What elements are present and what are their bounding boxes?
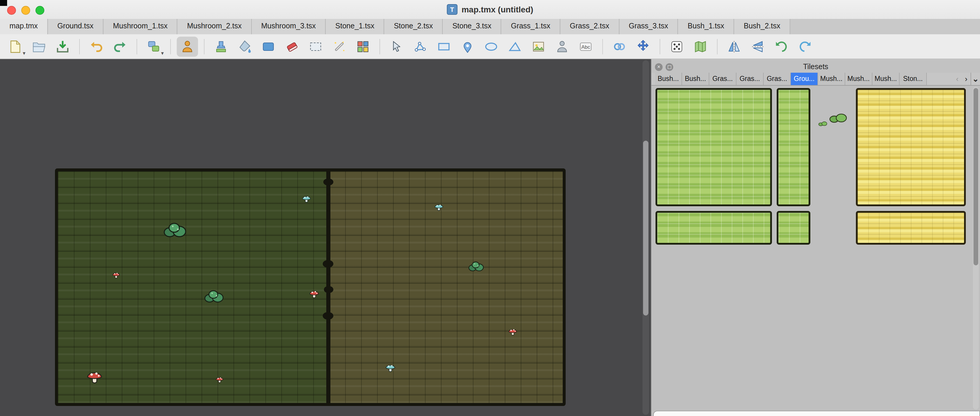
tileset-tab-bush-[interactable]: Bush... [682, 73, 709, 85]
toolbar-separator [137, 39, 137, 54]
magic-wand-icon [332, 39, 347, 54]
tileset-tab-bar: Bush...Bush...Gras...Gras...Gras...Grou.… [651, 73, 980, 86]
map-canvas[interactable] [0, 59, 651, 416]
document-tab-mushroom_3-tsx[interactable]: Mushroom_3.tsx [252, 19, 326, 34]
tileset-tab-mush-[interactable]: Mush... [845, 73, 872, 85]
grass-tileset-block[interactable] [655, 211, 772, 245]
select-objects-icon [389, 39, 404, 54]
document-tab-grass_2-tsx[interactable]: Grass_2.tsx [560, 19, 619, 34]
scroll-tabs-left-button[interactable]: ‹ [953, 73, 962, 85]
document-tab-bush_1-tsx[interactable]: Bush_1.tsx [678, 19, 734, 34]
field-border-notch [323, 260, 333, 268]
document-tab-stone_2-tsx[interactable]: Stone_2.tsx [385, 19, 443, 34]
redo-button[interactable] [109, 37, 130, 56]
document-tab-mushroom_2-tsx[interactable]: Mushroom_2.tsx [178, 19, 252, 34]
open-icon [31, 39, 47, 54]
map-object-bush [163, 221, 187, 238]
insert-tile-button[interactable] [528, 37, 549, 56]
tileset-tab-grou--active[interactable]: Grou... [791, 73, 818, 85]
document-tab-label: Grass_1.tsx [511, 22, 550, 30]
tileset-tab-gras-[interactable]: Gras... [709, 73, 737, 85]
insert-polygon-button[interactable] [504, 37, 525, 56]
commands-button[interactable]: ▾ [143, 37, 164, 56]
scroll-tabs-right-button[interactable]: › [962, 73, 970, 85]
document-tab-stone_3-tsx[interactable]: Stone_3.tsx [443, 19, 501, 34]
eraser-button[interactable] [282, 37, 302, 56]
flip-horizontal-button[interactable] [724, 37, 745, 56]
insert-template-button[interactable] [552, 37, 573, 56]
insert-text-button[interactable]: Abc [575, 37, 597, 56]
grass-tuft-sprite[interactable] [829, 112, 848, 124]
shape-fill-icon [261, 39, 276, 54]
next-dock-edge [653, 411, 980, 416]
document-tab-label: Grass_2.tsx [570, 22, 609, 30]
save-button[interactable] [52, 37, 73, 56]
canvas-scrollbar-thumb[interactable] [643, 141, 648, 316]
tileset-tab-mush-[interactable]: Mush... [872, 73, 900, 85]
sand-tileset-block[interactable] [856, 88, 966, 206]
stamp-person-button[interactable] [177, 37, 198, 56]
document-tab-label: Bush_2.tsx [744, 22, 781, 30]
insert-point-button[interactable] [457, 37, 478, 56]
map-icon [693, 39, 708, 54]
tileset-tab-gras-[interactable]: Gras... [764, 73, 791, 85]
select-same-tile-button[interactable] [352, 37, 374, 56]
open-button[interactable] [29, 37, 50, 56]
document-tab-ground-tsx[interactable]: Ground.tsx [48, 19, 103, 34]
commands-icon [146, 39, 161, 54]
document-tab-map-tmx[interactable]: map.tmx [0, 19, 48, 34]
person-orange-icon [180, 39, 195, 54]
tileset-list-menu-button[interactable]: ⌄ [970, 73, 980, 85]
bucket-fill-button[interactable] [234, 37, 255, 56]
random-mode-button[interactable] [666, 37, 687, 56]
canvas-vertical-scrollbar[interactable] [643, 60, 649, 415]
sand-tileset-block[interactable] [856, 211, 966, 245]
document-tab-grass_3-tsx[interactable]: Grass_3.tsx [619, 19, 678, 34]
document-tab-bar: map.tmxGround.tsxMushroom_1.tsxMushroom_… [0, 19, 980, 35]
document-tab-bush_2-tsx[interactable]: Bush_2.tsx [734, 19, 791, 34]
shape-fill-button[interactable] [258, 37, 279, 56]
insert-ellipse-button[interactable] [480, 37, 502, 56]
stamp-brush-button[interactable] [210, 37, 232, 56]
select-objects-button[interactable] [386, 37, 407, 56]
document-tab-label: Grass_3.tsx [628, 22, 668, 30]
toolbar-separator [602, 39, 603, 54]
grass-tuft-sprite[interactable] [818, 120, 827, 127]
magic-wand-button[interactable] [329, 37, 350, 56]
insert-rectangle-button[interactable] [433, 37, 455, 56]
insert-point-icon [460, 39, 475, 54]
document-tab-grass_1-tsx[interactable]: Grass_1.tsx [501, 19, 560, 34]
rect-select-button[interactable] [305, 37, 326, 56]
highlight-layer-button[interactable] [690, 37, 711, 56]
tileset-tab-gras-[interactable]: Gras... [737, 73, 764, 85]
grass-tileset-block[interactable] [777, 211, 810, 245]
tileset-tab-mush-[interactable]: Mush... [818, 73, 845, 85]
edit-polygons-button[interactable] [410, 37, 431, 56]
new-file-button[interactable]: ▾ [5, 37, 26, 56]
grass-tileset-block[interactable] [655, 88, 772, 206]
insert-ellipse-icon [484, 39, 499, 54]
map-object-mushroom-red [309, 288, 320, 300]
document-tab-stone_1-tsx[interactable]: Stone_1.tsx [326, 19, 385, 34]
panel-title: Tilesets [651, 63, 980, 71]
window-title: map.tmx (untitled) [461, 5, 533, 14]
tileset-vertical-scrollbar[interactable] [973, 87, 979, 410]
grass-tileset-block[interactable] [777, 88, 810, 206]
insert-template-icon [554, 39, 570, 54]
document-tab-mushroom_1-tsx[interactable]: Mushroom_1.tsx [103, 19, 178, 34]
tileset-scrollbar-thumb[interactable] [974, 88, 978, 265]
select-same-tile-icon [355, 39, 371, 54]
tileset-view[interactable] [651, 86, 980, 411]
link-objects-button[interactable] [609, 37, 630, 56]
document-tab-label: Stone_1.tsx [336, 22, 374, 30]
undo-button[interactable] [86, 37, 107, 56]
map-object-mushroom-red [112, 271, 121, 279]
flip-vertical-button[interactable] [747, 37, 768, 56]
rotate-left-button[interactable] [771, 37, 792, 56]
tileset-tab-bush-[interactable]: Bush... [655, 73, 682, 85]
tileset-tab-ston-[interactable]: Ston... [900, 73, 927, 85]
map-view[interactable] [55, 168, 566, 406]
pan-button[interactable] [632, 37, 654, 56]
rotate-right-button[interactable] [794, 37, 816, 56]
tiled-app-icon: T [447, 4, 458, 15]
